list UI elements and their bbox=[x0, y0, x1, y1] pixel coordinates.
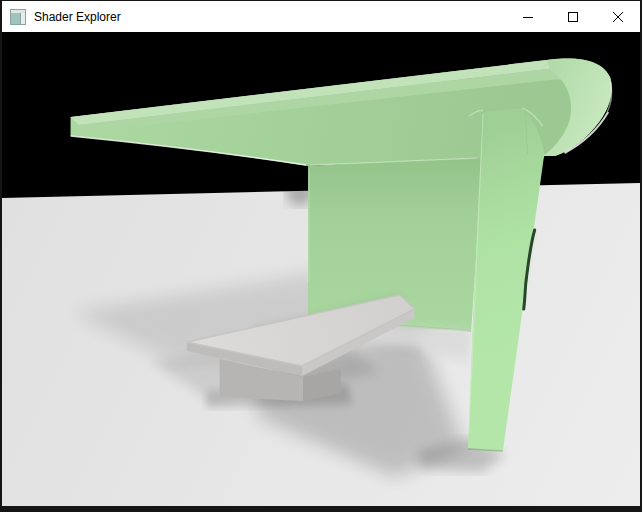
app-icon bbox=[10, 9, 26, 25]
scene-canvas bbox=[2, 32, 640, 506]
maximize-icon bbox=[568, 12, 578, 22]
window-controls bbox=[505, 1, 640, 32]
minimize-icon bbox=[523, 12, 533, 22]
app-window: Shader Explorer bbox=[0, 0, 642, 512]
close-button[interactable] bbox=[595, 1, 640, 32]
maximize-button[interactable] bbox=[550, 1, 595, 32]
minimize-button[interactable] bbox=[505, 1, 550, 32]
title-bar[interactable]: Shader Explorer bbox=[2, 1, 640, 32]
window-title: Shader Explorer bbox=[34, 10, 121, 24]
close-icon bbox=[613, 12, 623, 22]
3d-viewport[interactable] bbox=[2, 32, 640, 506]
